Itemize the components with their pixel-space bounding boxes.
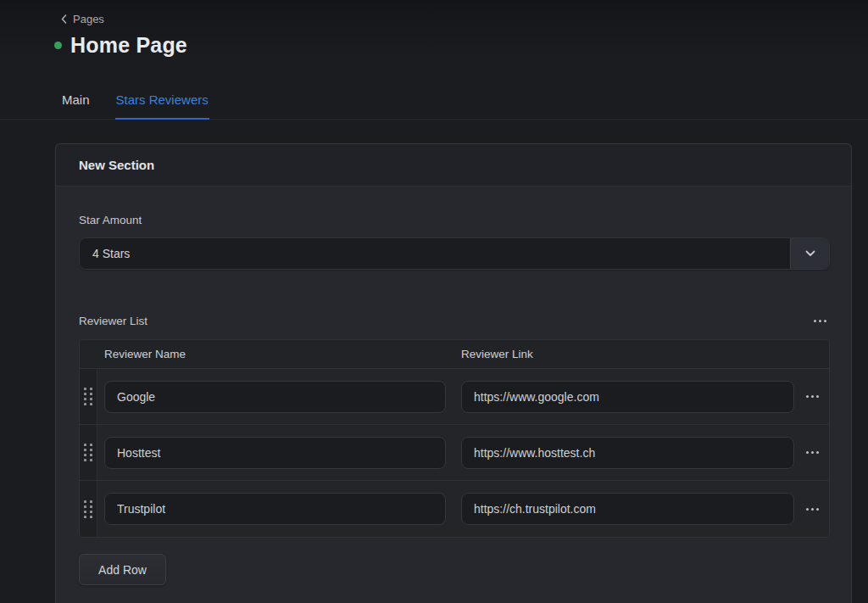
drag-handle[interactable]	[80, 425, 97, 480]
reviewer-name-input[interactable]	[104, 381, 446, 413]
reviewer-list-options-icon[interactable]	[812, 316, 828, 326]
star-amount-select[interactable]: 4 Stars	[79, 237, 830, 270]
reviewer-link-input[interactable]	[461, 437, 794, 469]
column-header-reviewer-name: Reviewer Name	[104, 348, 446, 360]
reviewer-link-input[interactable]	[461, 381, 794, 413]
page-title-row: Home Page	[54, 33, 868, 58]
drag-grip-icon	[84, 388, 92, 405]
chevron-down-icon[interactable]	[790, 238, 829, 269]
add-row-button[interactable]: Add Row	[79, 554, 166, 585]
reviewer-name-input[interactable]	[104, 493, 446, 525]
tab-stars-reviewers[interactable]: Stars Reviewers	[115, 89, 209, 120]
reviewer-list-label-row: Reviewer List	[79, 315, 828, 327]
status-dot-icon	[54, 42, 62, 49]
table-row	[80, 481, 829, 537]
panel-body: Star Amount 4 Stars Reviewer List Review…	[56, 187, 851, 603]
drag-grip-icon	[84, 444, 92, 461]
reviewer-table: Reviewer Name Reviewer Link	[79, 339, 830, 538]
tab-main[interactable]: Main	[61, 89, 91, 120]
new-section-panel: New Section Star Amount 4 Stars Reviewer…	[55, 143, 852, 603]
reviewer-table-header: Reviewer Name Reviewer Link	[80, 340, 829, 369]
chevron-left-icon	[61, 14, 67, 24]
drag-grip-icon	[84, 500, 92, 518]
panel-header: New Section	[56, 144, 851, 187]
breadcrumb: Pages	[0, 0, 868, 25]
reviewer-list-label: Reviewer List	[79, 315, 147, 327]
column-header-reviewer-link: Reviewer Link	[461, 348, 794, 360]
tab-bar: Main Stars Reviewers	[0, 89, 868, 120]
row-options-icon[interactable]	[804, 448, 821, 457]
drag-handle[interactable]	[80, 481, 97, 537]
drag-handle[interactable]	[80, 369, 97, 424]
breadcrumb-pages-link[interactable]: Pages	[73, 13, 104, 25]
reviewer-link-input[interactable]	[461, 493, 794, 525]
row-options-icon[interactable]	[804, 505, 821, 514]
row-options-icon[interactable]	[804, 392, 821, 401]
reviewer-name-input[interactable]	[104, 437, 446, 469]
panel-title: New Section	[79, 158, 154, 172]
table-row	[80, 369, 829, 425]
page-title: Home Page	[70, 33, 187, 58]
star-amount-value: 4 Stars	[80, 247, 790, 260]
star-amount-label: Star Amount	[79, 214, 142, 226]
table-row	[80, 425, 829, 481]
